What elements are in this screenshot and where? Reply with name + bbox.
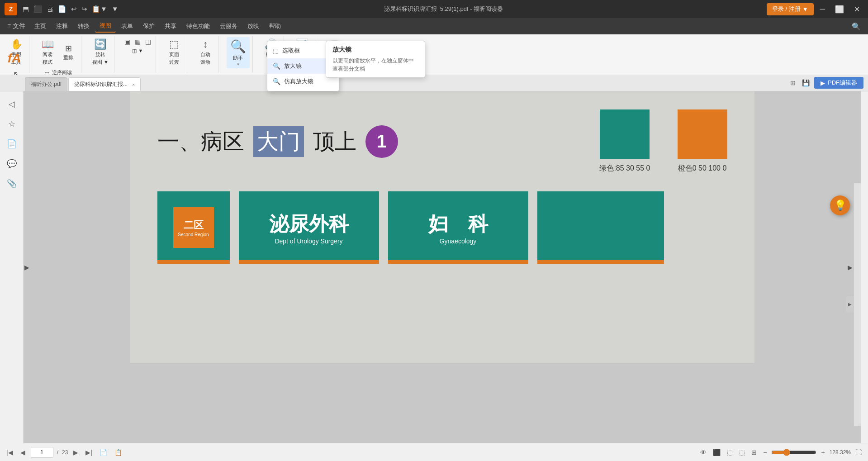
- menu-form[interactable]: 表单: [117, 20, 138, 32]
- menu-protect[interactable]: 保护: [138, 20, 159, 32]
- zoom-slider[interactable]: [771, 449, 816, 456]
- zoom-in-icon[interactable]: +: [819, 448, 826, 457]
- assistant-button[interactable]: 🔍 助手 ▼: [227, 37, 250, 68]
- urology-title: 泌尿外科: [269, 211, 349, 238]
- toolbar-icon-2[interactable]: ⬛: [32, 4, 44, 14]
- pdf-heading: 一、病区 大门 顶上 1 绿色:85 30 55 0 橙色0 50 100 0: [157, 109, 727, 173]
- single-view-icon[interactable]: ⬛: [711, 448, 722, 457]
- toolbar-icon-7[interactable]: 📋▼: [90, 4, 109, 14]
- single-page-icon: ▣: [124, 38, 130, 45]
- toolbar-icon-5[interactable]: ↩: [69, 4, 79, 14]
- menu-special[interactable]: 特色功能: [182, 20, 214, 32]
- toolbar-icon-4[interactable]: 📄: [56, 4, 68, 14]
- sidebar-attachments[interactable]: 📎: [4, 176, 20, 192]
- pdf-editor-button[interactable]: ▶ PDF编辑器: [814, 77, 863, 89]
- sign-card-3: 妇 科 Gynaecology: [388, 191, 528, 264]
- tab-urology[interactable]: 泌尿科标识识牌汇报... ×: [68, 77, 141, 91]
- continuous-view-icon[interactable]: ⬚: [737, 448, 747, 457]
- sidebar-right-scroll: ▶: [854, 183, 861, 426]
- zoom-percent: 128.32%: [830, 449, 851, 456]
- reading-mode-button[interactable]: 📖 阅读 模式: [38, 37, 57, 67]
- ribbon-group-rotate: 🔄 旋转 视图 ▼: [87, 36, 114, 73]
- two-page-view-icon[interactable]: ⬚: [725, 448, 735, 457]
- auto-scroll-icon: ↕: [203, 38, 208, 50]
- second-region-text: 二区: [184, 219, 204, 232]
- rotate-view-button[interactable]: 🔄 旋转 视图 ▼: [90, 37, 111, 67]
- hamburger-menu[interactable]: ≡ 文件: [4, 20, 29, 32]
- badge-number: 1: [365, 125, 398, 158]
- scroll-button[interactable]: ◫: [143, 37, 153, 46]
- title-bar: Z ⬒ ⬛ 🖨 📄 ↩ ↪ 📋▼ ▼ 泌尿科标识识牌汇报_5.29(1).pdf…: [0, 0, 868, 18]
- tab-grid-icon[interactable]: ⊞: [788, 78, 797, 87]
- reading-mode-icon: 📖: [42, 38, 54, 50]
- title-bar-left: Z ⬒ ⬛ 🖨 📄 ↩ ↪ 📋▼ ▼: [5, 3, 120, 15]
- magnifier-label: 放大镜: [284, 62, 302, 70]
- menu-share[interactable]: 共享: [160, 20, 181, 32]
- nav-last-page[interactable]: ▶|: [84, 448, 94, 457]
- minimize-button[interactable]: ─: [816, 3, 829, 15]
- page-transition-button[interactable]: ⬚ 页面 过渡: [164, 37, 184, 67]
- lightbulb-button[interactable]: 💡: [830, 195, 850, 215]
- maximize-button[interactable]: ⬜: [831, 3, 848, 15]
- bottom-right-controls: 👁 ⬛ ⬚ ⬚ ⊞ − + 128.32% ⛶: [698, 448, 863, 457]
- toolbar-icon-6[interactable]: ↪: [80, 4, 89, 14]
- page-nav-left[interactable]: ▶: [24, 264, 29, 271]
- search-icon[interactable]: 🔍: [848, 20, 864, 33]
- heading-highlight: 大门: [253, 126, 304, 157]
- toolbar-icon-8[interactable]: ▼: [110, 4, 120, 14]
- select-frame-icon: ⬚: [273, 47, 279, 54]
- menu-cloud[interactable]: 云服务: [215, 20, 242, 32]
- collapse-sidebar-arrow[interactable]: ▶: [846, 296, 854, 313]
- copy-page-icon[interactable]: 📋: [113, 448, 124, 457]
- orange-swatch-label: 橙色0 50 100 0: [678, 164, 727, 173]
- grid-view-icon[interactable]: ⊞: [749, 448, 759, 457]
- save-page-icon[interactable]: 📄: [98, 448, 109, 457]
- toolbar-icon-1[interactable]: ⬒: [21, 4, 31, 14]
- card-bottom-bar-4: [537, 260, 664, 264]
- nav-first-page[interactable]: |◀: [5, 448, 15, 457]
- sidebar-bookmark[interactable]: ☆: [4, 116, 20, 132]
- eye-view-icon[interactable]: 👁: [698, 448, 708, 457]
- menu-convert[interactable]: 转换: [73, 20, 94, 32]
- simulated-magnifier-icon: 🔍: [273, 78, 280, 85]
- menu-help[interactable]: 帮助: [265, 20, 285, 32]
- two-page-icon: ▦: [135, 38, 141, 45]
- layout-dropdown-button[interactable]: ◫ ▼: [130, 47, 145, 55]
- ribbon-group-assistant: 🔍 助手 ▼: [224, 36, 253, 73]
- auto-scroll-button[interactable]: ↕ 自动 滚动: [195, 37, 215, 67]
- tab-close-icon[interactable]: ×: [132, 82, 135, 87]
- gynecology-title: 妇 科: [428, 211, 488, 238]
- tab-fuzhong-label: 福昕办公.pdf: [31, 81, 62, 88]
- assistant-dropdown-arrow: ▼: [236, 62, 240, 67]
- sidebar-comments[interactable]: 💬: [4, 156, 20, 172]
- swatch-green: 绿色:85 30 55 0: [599, 109, 650, 173]
- toolbar-icon-3[interactable]: 🖨: [45, 4, 55, 14]
- sidebar-pages[interactable]: 📄: [4, 136, 20, 152]
- tab-save-icon[interactable]: 💾: [800, 78, 811, 87]
- zoom-out-icon[interactable]: −: [761, 448, 768, 457]
- menu-slideshow[interactable]: 放映: [243, 20, 264, 32]
- single-page-button[interactable]: ▣: [123, 37, 132, 46]
- tab-bar-right: ⊞ 💾 ▶ PDF编辑器: [788, 77, 863, 89]
- nav-prev-page[interactable]: ◀: [19, 448, 27, 457]
- pdf-editor-arrow-icon: ▶: [821, 80, 825, 86]
- menu-annotate[interactable]: 注释: [52, 20, 72, 32]
- close-button[interactable]: ✕: [850, 3, 863, 15]
- color-swatches-area: 绿色:85 30 55 0 橙色0 50 100 0: [599, 109, 727, 173]
- menu-home[interactable]: 主页: [30, 20, 51, 32]
- login-button[interactable]: 登录 / 注册 ▼: [767, 3, 814, 15]
- page-number-input[interactable]: [31, 447, 53, 458]
- fa-label: fA: [3, 37, 26, 79]
- tab-fuzhong[interactable]: 福昕办公.pdf: [25, 77, 67, 91]
- fullscreen-icon[interactable]: ⛶: [854, 448, 863, 457]
- menu-view[interactable]: 视图: [95, 20, 116, 33]
- two-page-button[interactable]: ▦: [133, 37, 142, 46]
- ribbon: ✋ 手型 工具 ↖ 选择 工具 📖 阅读 模式 ⊞ 重排 ↔ 逆序阅读: [0, 34, 868, 75]
- page-nav-right[interactable]: ▶: [848, 264, 853, 271]
- nav-next-page[interactable]: ▶: [71, 448, 80, 457]
- tab-bar: 福昕办公.pdf 泌尿科标识识牌汇报... × ⊞ 💾 ▶ PDF编辑器: [0, 75, 868, 91]
- transition-icon: ⬚: [169, 38, 179, 50]
- sidebar-back-nav[interactable]: ◁: [4, 96, 20, 112]
- swatch-orange: 橙色0 50 100 0: [678, 109, 727, 173]
- reflow-button[interactable]: ⊞ 重排: [58, 37, 78, 67]
